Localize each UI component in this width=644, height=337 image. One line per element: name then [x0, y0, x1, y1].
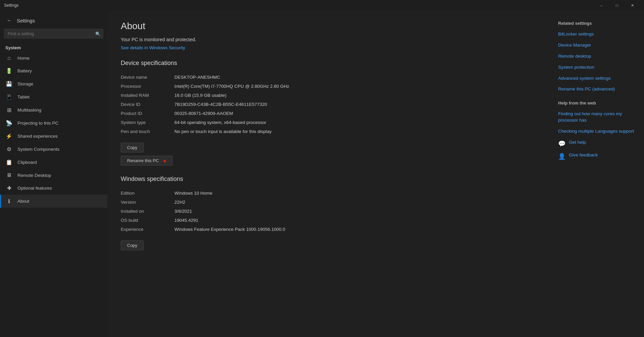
help-link-cores[interactable]: Finding out how many cores my processor …: [558, 111, 636, 124]
table-row: Pen and touch No pen or touch input is a…: [121, 127, 537, 136]
spec-value: 00325-80671-42909-AAOEM: [174, 109, 537, 118]
titlebar-left: Settings: [4, 3, 18, 8]
table-row: OS build 19045.4291: [121, 216, 537, 225]
search-icon: 🔍: [95, 31, 101, 36]
spec-value: 22H2: [174, 198, 537, 207]
spec-label: Device ID: [121, 100, 174, 109]
sidebar-header: ← Settings: [0, 11, 107, 27]
sidebar-item-storage[interactable]: 💾 Storage: [0, 77, 107, 90]
spec-label: Experience: [121, 225, 174, 234]
give-feedback-link[interactable]: Give feedback: [569, 152, 598, 158]
sidebar-item-label-projecting: Projecting to this PC: [17, 121, 58, 126]
related-link-system-protection[interactable]: System protection: [558, 64, 636, 71]
titlebar-title: Settings: [4, 3, 18, 8]
device-specs-table: Device name DESKTOP-ANESHMC Processor In…: [121, 73, 537, 136]
sidebar-item-tablet[interactable]: 📱 Tablet: [0, 90, 107, 104]
sidebar: ← Settings 🔍 System ⌂ Home 🔋 Battery 💾 S…: [0, 11, 107, 337]
related-link-device-manager[interactable]: Device Manager: [558, 42, 636, 49]
get-help-link[interactable]: Get help: [569, 139, 586, 146]
help-link-languages[interactable]: Checking multiple Languages support: [558, 128, 636, 135]
sidebar-item-shared[interactable]: ⚡ Shared experiences: [0, 130, 107, 143]
remote-desktop-icon: 🖥: [5, 172, 13, 178]
spec-value: 3/8/2021: [174, 207, 537, 216]
sidebar-item-projecting[interactable]: 📡 Projecting to this PC: [0, 117, 107, 130]
app-container: ← Settings 🔍 System ⌂ Home 🔋 Battery 💾 S…: [0, 11, 644, 337]
shared-icon: ⚡: [5, 133, 13, 139]
sidebar-item-label-home: Home: [17, 56, 30, 61]
maximize-button[interactable]: □: [609, 0, 625, 11]
spec-label: Edition: [121, 189, 174, 198]
spec-label: Product ID: [121, 109, 174, 118]
sidebar-item-label-battery: Battery: [17, 68, 32, 73]
minimize-button[interactable]: –: [594, 0, 609, 11]
get-help-icon: 💬: [558, 140, 566, 147]
sidebar-item-label-remote-desktop: Remote Desktop: [17, 173, 51, 178]
help-from-web-title: Help from the web: [558, 100, 636, 106]
spec-label: Pen and touch: [121, 127, 174, 136]
spec-label: Installed RAM: [121, 91, 174, 100]
spec-value: Windows Feature Experience Pack 1000.190…: [174, 225, 537, 234]
spec-label: Device name: [121, 73, 174, 82]
table-row: Product ID 00325-80671-42909-AAOEM: [121, 109, 537, 118]
table-row: Experience Windows Feature Experience Pa…: [121, 225, 537, 234]
sidebar-item-label-storage: Storage: [17, 81, 33, 86]
spec-label: Version: [121, 198, 174, 207]
sidebar-item-label-multitasking: Multitasking: [17, 108, 41, 113]
table-row: Edition Windows 10 Home: [121, 189, 537, 198]
sidebar-item-label-system-components: System Components: [17, 147, 59, 152]
related-link-advanced-system[interactable]: Advanced system settings: [558, 75, 636, 82]
rename-pc-button[interactable]: Rename this PC: [121, 156, 172, 165]
sidebar-item-home[interactable]: ⌂ Home: [0, 52, 107, 64]
sidebar-item-optional-features[interactable]: ✚ Optional features: [0, 182, 107, 195]
table-row: Version 22H2: [121, 198, 537, 207]
related-link-rename-advanced[interactable]: Rename this PC (advanced): [558, 86, 636, 92]
get-help-item: 💬 Get help: [558, 139, 636, 147]
copy-windows-button[interactable]: Copy: [121, 241, 144, 250]
search-input[interactable]: [4, 29, 103, 39]
spec-label: Installed on: [121, 207, 174, 216]
spec-value: 64-bit operating system, x64-based proce…: [174, 118, 537, 127]
spec-value: DESKTOP-ANESHMC: [174, 73, 537, 82]
windows-specs-table: Edition Windows 10 Home Version 22H2 Ins…: [121, 189, 537, 234]
table-row: Installed on 3/8/2021: [121, 207, 537, 216]
spec-value: 19045.4291: [174, 216, 537, 225]
device-section-heading: Device specifications: [121, 60, 537, 67]
copy-device-button[interactable]: Copy: [121, 143, 144, 152]
sidebar-item-clipboard[interactable]: 📋 Clipboard: [0, 156, 107, 169]
battery-icon: 🔋: [5, 68, 13, 74]
windows-security-link[interactable]: See details in Windows Security: [121, 45, 185, 50]
spec-value: Windows 10 Home: [174, 189, 537, 198]
sidebar-item-about[interactable]: ℹ About: [0, 195, 107, 208]
give-feedback-icon: 👤: [558, 153, 566, 160]
multitasking-icon: ⊞: [5, 107, 13, 113]
table-row: Installed RAM 16.0 GB (15.9 GB usable): [121, 91, 537, 100]
spec-value: Intel(R) Core(TM) i7-7700HQ CPU @ 2.80GH…: [174, 82, 537, 91]
close-button[interactable]: ✕: [625, 0, 640, 11]
related-link-remote-desktop[interactable]: Remote desktop: [558, 53, 636, 60]
table-row: Device ID 7B19D259-C43B-4C2B-B55C-E4611E…: [121, 100, 537, 109]
spec-value: 7B19D259-C43B-4C2B-B55C-E4611E577320: [174, 100, 537, 109]
sidebar-item-battery[interactable]: 🔋 Battery: [0, 64, 107, 77]
spec-value: No pen or touch input is available for t…: [174, 127, 537, 136]
related-link-bitlocker[interactable]: BitLocker settings: [558, 31, 636, 38]
sidebar-item-system-components[interactable]: ⚙ System Components: [0, 143, 107, 156]
sidebar-item-remote-desktop[interactable]: 🖥 Remote Desktop: [0, 169, 107, 182]
rename-pc-label: Rename this PC: [127, 158, 159, 163]
table-row: Device name DESKTOP-ANESHMC: [121, 73, 537, 82]
related-settings-title: Related settings: [558, 21, 636, 26]
clipboard-icon: 📋: [5, 159, 13, 165]
storage-icon: 💾: [5, 81, 13, 87]
system-section-label: System: [0, 43, 107, 52]
tablet-icon: 📱: [5, 94, 13, 100]
back-button[interactable]: ←: [5, 16, 13, 25]
sidebar-item-multitasking[interactable]: ⊞ Multitasking: [0, 104, 107, 117]
page-title: About: [121, 21, 537, 31]
table-row: Processor Intel(R) Core(TM) i7-7700HQ CP…: [121, 82, 537, 91]
optional-features-icon: ✚: [5, 185, 13, 191]
sidebar-item-label-tablet: Tablet: [17, 94, 30, 99]
projecting-icon: 📡: [5, 120, 13, 126]
main-content: About Your PC is monitored and protected…: [107, 11, 550, 337]
windows-section-heading: Windows specifications: [121, 176, 537, 183]
titlebar-controls: – □ ✕: [594, 0, 640, 11]
red-dot: [163, 160, 166, 162]
